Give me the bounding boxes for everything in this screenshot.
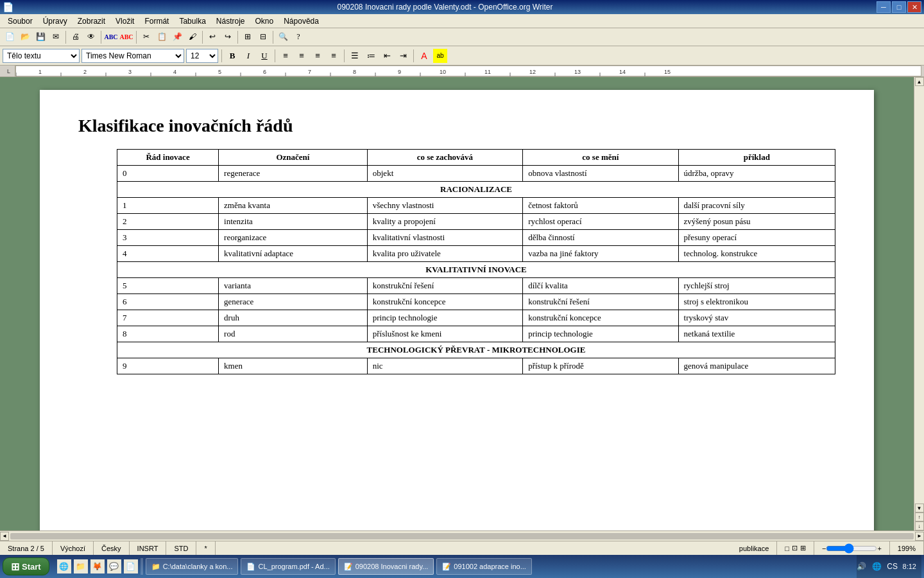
scroll-corner-1[interactable]: ↑ xyxy=(915,512,924,521)
menu-okno[interactable]: Okno xyxy=(250,15,279,27)
indent-less-button[interactable]: ⇤ xyxy=(380,49,394,63)
scroll-up-button[interactable]: ▲ xyxy=(915,77,924,86)
app1-icon: 📁 xyxy=(151,563,160,571)
autocorrect-button[interactable]: ABC xyxy=(119,30,133,44)
col-header-meni: co se mění xyxy=(523,150,678,166)
cell-rad: 5 xyxy=(117,278,219,294)
menu-format[interactable]: Formát xyxy=(139,15,174,27)
print-button[interactable]: 🖨 xyxy=(69,30,83,44)
bold-button[interactable]: B xyxy=(225,49,239,63)
list-button[interactable]: ☰ xyxy=(348,49,362,63)
cell-rad: 4 xyxy=(117,246,219,262)
zoom-slider[interactable]: − + xyxy=(814,541,890,555)
open-button[interactable]: 📂 xyxy=(18,30,32,44)
svg-text:15: 15 xyxy=(664,69,671,75)
font-color-button[interactable]: A xyxy=(417,49,431,63)
taskbar-app-4[interactable]: 📝 091002 adaprace ino... xyxy=(436,558,532,575)
save-button[interactable]: 💾 xyxy=(33,30,47,44)
paste-button[interactable]: 📌 xyxy=(170,30,184,44)
numlist-button[interactable]: ≔ xyxy=(364,49,378,63)
document-content[interactable]: Klasifikace inovačních řádů Řád inovace … xyxy=(0,77,914,530)
ql-icon-3[interactable]: 🦊 xyxy=(90,559,105,574)
insert-button[interactable]: ⊟ xyxy=(256,30,270,44)
presentation-view-btn[interactable]: ⊞ xyxy=(800,544,806,552)
align-center-button[interactable]: ≡ xyxy=(295,49,309,63)
italic-button[interactable]: I xyxy=(241,49,255,63)
svg-text:8: 8 xyxy=(353,69,356,75)
zoom-in-icon[interactable]: + xyxy=(877,545,881,552)
preview-button[interactable]: 👁 xyxy=(84,30,98,44)
cell-meni: dělba činností xyxy=(523,230,678,246)
copy-button[interactable]: 📋 xyxy=(155,30,169,44)
cut-button[interactable]: ✂ xyxy=(139,30,153,44)
vertical-scrollbar[interactable]: ▲ ▼ ↑ ↓ xyxy=(914,77,924,530)
align-left-button[interactable]: ≡ xyxy=(278,49,293,63)
cell-priklad: genová manipulace xyxy=(678,358,835,374)
hscroll-thumb[interactable] xyxy=(10,533,914,539)
font-size-select[interactable]: 12 xyxy=(186,49,218,63)
table-row: 3reorganizacekvalitativní vlastnostidělb… xyxy=(117,230,835,246)
ruler: L 1 2 3 4 5 6 7 8 9 10 11 12 xyxy=(0,66,924,77)
spellcheck-button[interactable]: ABC xyxy=(104,30,118,44)
cell-priklad: přesuny operací xyxy=(678,230,835,246)
scroll-right-button[interactable]: ► xyxy=(915,532,924,541)
cell-oznaceni: druh xyxy=(219,310,368,326)
maximize-button[interactable]: □ xyxy=(892,1,906,13)
start-button[interactable]: ⊞ Start xyxy=(3,557,49,575)
svg-text:3: 3 xyxy=(128,69,132,75)
menu-vlozit[interactable]: Vložit xyxy=(110,15,139,27)
cell-meni: konstrukční řešení xyxy=(523,294,678,310)
new-button[interactable]: 📄 xyxy=(3,30,17,44)
taskbar-app-2[interactable]: 📄 CL_program.pdf - Ad... xyxy=(241,558,335,575)
paragraph-style-select[interactable]: Tělo textu xyxy=(3,49,80,63)
email-button[interactable]: ✉ xyxy=(49,30,63,44)
page-indicator: Strana 2 / 5 xyxy=(0,541,53,555)
taskbar-divider xyxy=(141,558,143,575)
menu-tabulka[interactable]: Tabulka xyxy=(174,15,210,27)
find-button[interactable]: 🔍 xyxy=(276,30,290,44)
menu-zobrazit[interactable]: Zobrazit xyxy=(73,15,110,27)
svg-text:9: 9 xyxy=(398,69,401,75)
cell-oznaceni: regenerace xyxy=(219,166,368,182)
undo-button[interactable]: ↩ xyxy=(205,30,219,44)
scroll-left-button[interactable]: ◄ xyxy=(0,532,9,541)
redo-button[interactable]: ↪ xyxy=(221,30,235,44)
view-buttons: □ ⊡ ⊞ xyxy=(777,541,814,555)
cell-oznaceni: kmen xyxy=(219,358,368,374)
svg-text:10: 10 xyxy=(440,69,446,75)
title-bar: 📄 090208 Inovacni rady podle Valenty.odt… xyxy=(0,0,924,14)
table-button[interactable]: ⊞ xyxy=(241,30,255,44)
format-paintbrush[interactable]: 🖌 xyxy=(185,30,200,44)
underline-button[interactable]: U xyxy=(257,49,271,63)
taskbar-app-3[interactable]: 📝 090208 Inovacni rady... xyxy=(338,558,434,575)
horizontal-scrollbar[interactable]: ◄ ► xyxy=(0,530,924,541)
highlight-button[interactable]: ab xyxy=(433,49,447,63)
app3-label: 090208 Inovacni rady... xyxy=(355,563,429,570)
document-page: Klasifikace inovačních řádů Řád inovace … xyxy=(40,90,874,530)
normal-view-btn[interactable]: □ xyxy=(785,545,789,552)
align-right-button[interactable]: ≡ xyxy=(311,49,325,63)
cell-oznaceni: rod xyxy=(219,326,368,342)
ql-icon-4[interactable]: 💬 xyxy=(107,559,121,574)
menu-upravy[interactable]: Úpravy xyxy=(38,15,73,27)
taskbar-app-1[interactable]: 📁 C:\data\clanky a kon... xyxy=(146,558,239,575)
web-view-btn[interactable]: ⊡ xyxy=(792,544,798,552)
ql-icon-1[interactable]: 🌐 xyxy=(57,559,71,574)
scroll-corner-2[interactable]: ↓ xyxy=(915,521,924,530)
table-row: 5variantakonstrukční řešenídílčí kvalita… xyxy=(117,278,835,294)
menu-soubor[interactable]: Soubor xyxy=(3,15,38,27)
minimize-button[interactable]: ─ xyxy=(877,1,891,13)
ql-icon-2[interactable]: 📁 xyxy=(74,559,88,574)
table-row: 8rodpříslušnost ke kmeniprincip technolo… xyxy=(117,326,835,342)
help-button[interactable]: ? xyxy=(291,30,305,44)
scroll-down-button[interactable]: ▼ xyxy=(915,504,924,512)
close-button[interactable]: ✕ xyxy=(907,1,921,13)
indent-more-button[interactable]: ⇥ xyxy=(396,49,410,63)
menu-nastroje[interactable]: Nástroje xyxy=(211,15,250,27)
menu-napoveda[interactable]: Nápověda xyxy=(278,15,324,27)
font-name-select[interactable]: Times New Roman xyxy=(81,49,184,63)
cell-rad: 6 xyxy=(117,294,219,310)
ql-icon-5[interactable]: 📄 xyxy=(124,559,138,574)
align-justify-button[interactable]: ≡ xyxy=(327,49,341,63)
zoom-range[interactable] xyxy=(826,543,877,554)
